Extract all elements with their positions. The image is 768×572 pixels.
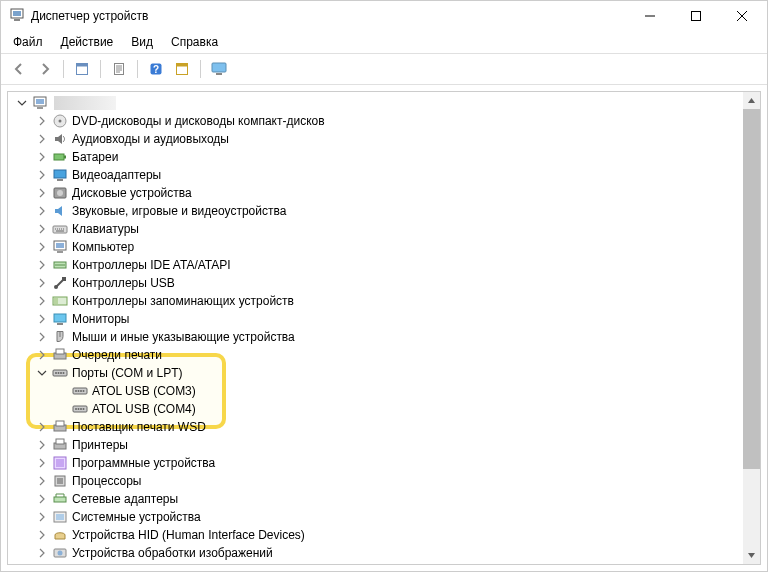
chevron-right-icon[interactable]: [34, 458, 50, 468]
svg-rect-11: [212, 63, 226, 72]
tree-category-display[interactable]: Видеоадаптеры: [10, 166, 743, 184]
ports-icon: [52, 365, 68, 381]
refresh-button[interactable]: [170, 58, 194, 80]
tree-category-system[interactable]: Системные устройства: [10, 508, 743, 526]
scroll-thumb[interactable]: [743, 109, 760, 469]
svg-rect-3: [692, 12, 701, 21]
tree-category-sound[interactable]: Звуковые, игровые и видеоустройства: [10, 202, 743, 220]
chevron-right-icon[interactable]: [34, 296, 50, 306]
properties-button[interactable]: [107, 58, 131, 80]
tree-category-printer[interactable]: Принтеры: [10, 436, 743, 454]
tree-category-cpu[interactable]: Процессоры: [10, 472, 743, 490]
menu-file[interactable]: Файл: [5, 33, 51, 51]
tree-root[interactable]: [10, 94, 743, 112]
cpu-icon: [52, 473, 68, 489]
chevron-right-icon[interactable]: [34, 512, 50, 522]
help-button[interactable]: ?: [144, 58, 168, 80]
chevron-right-icon[interactable]: [34, 476, 50, 486]
tree-item-atol_com3[interactable]: ATOL USB (COM3): [10, 382, 743, 400]
sound-icon: [52, 203, 68, 219]
tree-category-ports[interactable]: Порты (COM и LPT): [10, 364, 743, 382]
back-button[interactable]: [7, 58, 31, 80]
chevron-right-icon[interactable]: [34, 242, 50, 252]
chevron-down-icon[interactable]: [14, 98, 30, 108]
vertical-scrollbar[interactable]: [743, 92, 760, 564]
chevron-right-icon[interactable]: [34, 350, 50, 360]
scroll-up-button[interactable]: [743, 92, 760, 109]
svg-rect-2: [14, 19, 20, 21]
minimize-button[interactable]: [627, 1, 673, 31]
chevron-right-icon[interactable]: [34, 548, 50, 558]
tree-category-label: Устройства обработки изображений: [72, 546, 281, 560]
menu-action[interactable]: Действие: [53, 33, 122, 51]
chevron-right-icon[interactable]: [34, 314, 50, 324]
tree-category-computer[interactable]: Компьютер: [10, 238, 743, 256]
chevron-right-icon[interactable]: [34, 278, 50, 288]
chevron-right-icon[interactable]: [34, 494, 50, 504]
menubar: Файл Действие Вид Справка: [1, 31, 767, 53]
tree-category-label: DVD-дисководы и дисководы компакт-дисков: [72, 114, 333, 128]
disk-icon: [52, 185, 68, 201]
tree-category-disk[interactable]: Дисковые устройства: [10, 184, 743, 202]
tree-category-battery[interactable]: Батареи: [10, 148, 743, 166]
show-hidden-button[interactable]: [70, 58, 94, 80]
content-area: DVD-дисководы и дисководы компакт-дисков…: [7, 91, 761, 565]
tree-category-monitor[interactable]: Мониторы: [10, 310, 743, 328]
chevron-right-icon[interactable]: [34, 440, 50, 450]
tree-category-wsdprint[interactable]: Поставщик печати WSD: [10, 418, 743, 436]
close-button[interactable]: [719, 1, 765, 31]
menu-help[interactable]: Справка: [163, 33, 226, 51]
tree-item-atol_com4[interactable]: ATOL USB (COM4): [10, 400, 743, 418]
tree-category-audio[interactable]: Аудиовходы и аудиовыходы: [10, 130, 743, 148]
chevron-right-icon[interactable]: [34, 224, 50, 234]
svg-rect-20: [54, 170, 66, 178]
svg-rect-19: [64, 156, 66, 159]
menu-view[interactable]: Вид: [123, 33, 161, 51]
chevron-right-icon[interactable]: [34, 152, 50, 162]
svg-point-46: [83, 390, 85, 392]
imaging-icon: [52, 545, 68, 561]
net-icon: [52, 491, 68, 507]
chevron-right-icon[interactable]: [34, 530, 50, 540]
svg-point-44: [78, 390, 80, 392]
scroll-down-button[interactable]: [743, 547, 760, 564]
chevron-right-icon[interactable]: [34, 422, 50, 432]
tree-category-printq[interactable]: Очереди печати: [10, 346, 743, 364]
battery-icon: [52, 149, 68, 165]
chevron-right-icon[interactable]: [34, 188, 50, 198]
chevron-right-icon[interactable]: [34, 116, 50, 126]
wsdprint-icon: [52, 419, 68, 435]
tree-category-mouse[interactable]: Мыши и иные указывающие устройства: [10, 328, 743, 346]
forward-button[interactable]: [33, 58, 57, 80]
tree-category-hid[interactable]: Устройства HID (Human Interface Devices): [10, 526, 743, 544]
device-tree[interactable]: DVD-дисководы и дисководы компакт-дисков…: [8, 92, 743, 564]
chevron-right-icon[interactable]: [34, 260, 50, 270]
port-icon: [72, 401, 88, 417]
svg-rect-33: [54, 314, 66, 322]
tree-category-ide[interactable]: Контроллеры IDE ATA/ATAPI: [10, 256, 743, 274]
chevron-right-icon[interactable]: [34, 134, 50, 144]
tree-category-storage[interactable]: Контроллеры запоминающих устройств: [10, 292, 743, 310]
toolbar-separator: [63, 60, 64, 78]
hid-icon: [52, 527, 68, 543]
tree-category-net[interactable]: Сетевые адаптеры: [10, 490, 743, 508]
svg-point-45: [80, 390, 82, 392]
chevron-down-icon[interactable]: [34, 368, 50, 378]
tree-category-label: Устройства HID (Human Interface Devices): [72, 528, 313, 542]
chevron-right-icon[interactable]: [34, 332, 50, 342]
monitor-button[interactable]: [207, 58, 231, 80]
tree-category-label: Дисковые устройства: [72, 186, 200, 200]
svg-rect-27: [57, 251, 63, 253]
toolbar: ?: [1, 53, 767, 85]
chevron-right-icon[interactable]: [34, 206, 50, 216]
window-title: Диспетчер устройств: [31, 9, 148, 23]
tree-category-keyboard[interactable]: Клавиатуры: [10, 220, 743, 238]
tree-category-usb[interactable]: Контроллеры USB: [10, 274, 743, 292]
chevron-right-icon[interactable]: [34, 170, 50, 180]
tree-category-dvd[interactable]: DVD-дисководы и дисководы компакт-дисков: [10, 112, 743, 130]
svg-rect-53: [56, 421, 64, 426]
tree-category-software[interactable]: Программные устройства: [10, 454, 743, 472]
tree-category-imaging[interactable]: Устройства обработки изображений: [10, 544, 743, 562]
maximize-button[interactable]: [673, 1, 719, 31]
toolbar-separator: [200, 60, 201, 78]
